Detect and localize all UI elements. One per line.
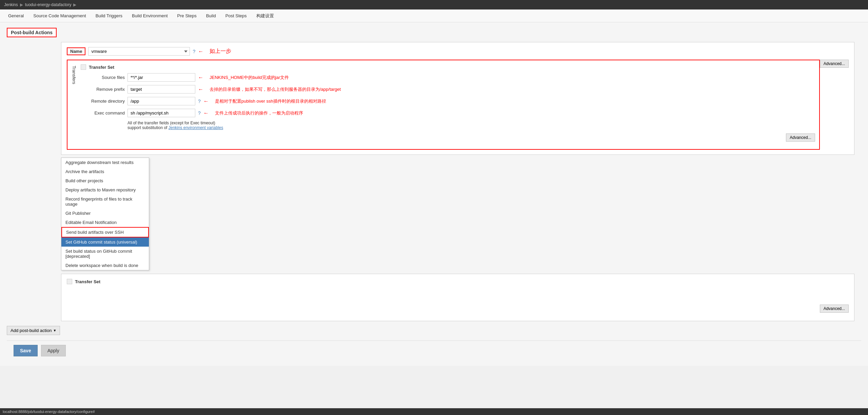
remote-directory-help[interactable]: ? [198, 99, 201, 104]
tab-general[interactable]: General [3, 11, 28, 21]
name-row: Name vmware ? ← 如上一步 [67, 47, 849, 56]
second-ssh-section: Transfer Set Advanced... [61, 274, 854, 321]
source-files-input[interactable] [127, 73, 195, 82]
remote-directory-label: Remote directory [81, 99, 125, 104]
dropdown-menu: Aggregate downstream test results Archiv… [61, 158, 149, 270]
apply-button[interactable]: Apply [41, 345, 66, 356]
dropdown-item-archive[interactable]: Archive the artifacts [61, 167, 149, 176]
remove-prefix-label: Remove prefix [81, 87, 125, 92]
dropdown-item-aggregate[interactable]: Aggregate downstream test results [61, 158, 149, 167]
add-action-area: Add post-build action [7, 326, 861, 335]
exec-command-help[interactable]: ? [198, 110, 201, 116]
status-url: localhost:8888/job/tuodui-energy-datafac… [3, 410, 95, 414]
dropdown-item-github-deprecated[interactable]: Set build status on GitHub commit [depre… [61, 247, 149, 261]
add-post-build-action-button[interactable]: Add post-build action [7, 326, 60, 335]
name-label: Name [67, 47, 85, 55]
breadcrumb-sep-2: ▶ [73, 2, 76, 7]
footer-line-2: support substitution of [127, 125, 169, 130]
source-files-label: Source files [81, 75, 125, 80]
tab-build-triggers[interactable]: Build Triggers [91, 11, 127, 21]
tab-post-steps[interactable]: Post Steps [221, 11, 252, 21]
tab-pre-steps[interactable]: Pre Steps [173, 11, 201, 21]
status-bar: localhost:8888/job/tuodui-energy-datafac… [0, 408, 868, 415]
name-arrow: ← [198, 48, 203, 55]
content-area: Post-build Actions Name vmware ? ← 如上一步 … [0, 22, 868, 366]
dropdown-item-ssh[interactable]: Send build artifacts over SSH [61, 227, 149, 237]
exec-command-annotation: 文件上传成功后执行的操作，一般为启动程序 [215, 110, 303, 116]
project-link[interactable]: tuodui-energy-datafactory [25, 2, 72, 7]
tab-bar: General Source Code Management Build Tri… [0, 9, 868, 22]
remote-directory-input[interactable] [127, 97, 195, 105]
remove-prefix-annotation: 去掉的目录前缀，如果不写，那么上传到服务器的目录为/app/target [210, 86, 341, 92]
transfers-container: Transfers Transfer Set Source files ← JE… [67, 60, 820, 150]
exec-command-row: Exec command ? ← 文件上传成功后执行的操作，一般为启动程序 [81, 109, 815, 117]
topbar: Jenkins ▶ tuodui-energy-datafactory ▶ [0, 0, 868, 9]
source-files-annotation: JENKINS_HOME中的build完成的jar文件 [210, 75, 289, 81]
name-help-icon[interactable]: ? [193, 49, 195, 54]
name-annotation: 如上一步 [210, 48, 231, 55]
advanced-button-1[interactable]: Advanced... [820, 60, 849, 68]
dropdown-item-github-status[interactable]: Set GitHub commit status (universal) [61, 237, 149, 247]
name-select[interactable]: vmware [88, 47, 190, 56]
tab-source-code[interactable]: Source Code Management [28, 11, 91, 21]
transfers-label: Transfers [72, 64, 81, 145]
transfer-set-placeholder-2: Transfer Set [67, 279, 849, 284]
remove-prefix-input[interactable] [127, 85, 195, 94]
tab-build-environment[interactable]: Build Environment [127, 11, 173, 21]
dropdown-item-email[interactable]: Editable Email Notification [61, 218, 149, 227]
transfer-set-title: Transfer Set [81, 64, 815, 70]
dropdown-item-delete-workspace[interactable]: Delete workspace when build is done [61, 261, 149, 270]
jenkins-env-link[interactable]: Jenkins environment variables [169, 125, 223, 130]
dropdown-item-fingerprints[interactable]: Record fingerprints of files to track us… [61, 194, 149, 209]
exec-command-input[interactable] [127, 109, 195, 117]
post-build-label: Post-build Actions [7, 28, 57, 37]
footer-bar: Save Apply [7, 340, 861, 360]
advanced-button-2[interactable]: Advanced... [786, 133, 815, 142]
exec-command-label: Exec command [81, 110, 125, 116]
remote-directory-row: Remote directory ? ← 是相对于配置publish over … [81, 97, 815, 105]
dropdown-item-deploy[interactable]: Deploy artifacts to Maven repository [61, 185, 149, 194]
ssh-section: Name vmware ? ← 如上一步 Advanced... Transfe… [61, 42, 854, 155]
save-button[interactable]: Save [14, 345, 38, 356]
transfer-footer: All of the transfer fields (except for E… [127, 121, 815, 130]
transfer-set-inner: Transfer Set Source files ← JENKINS_HOME… [81, 64, 815, 145]
remove-prefix-row: Remove prefix ← 去掉的目录前缀，如果不写，那么上传到服务器的目录… [81, 85, 815, 94]
advanced-button-3[interactable]: Advanced... [820, 305, 849, 313]
dropdown-item-build-other[interactable]: Build other projects [61, 176, 149, 185]
breadcrumb-sep-1: ▶ [20, 2, 23, 7]
jenkins-link[interactable]: Jenkins [4, 2, 18, 7]
footer-line-1: All of the transfer fields (except for E… [127, 121, 215, 125]
tab-build-settings[interactable]: 构建设置 [252, 10, 279, 22]
source-files-row: Source files ← JENKINS_HOME中的build完成的jar… [81, 73, 815, 82]
tab-build[interactable]: Build [201, 11, 221, 21]
dropdown-item-git-publisher[interactable]: Git Publisher [61, 209, 149, 218]
remote-directory-annotation: 是相对于配置publish over ssh插件时的根目录的相对路径 [215, 98, 326, 104]
